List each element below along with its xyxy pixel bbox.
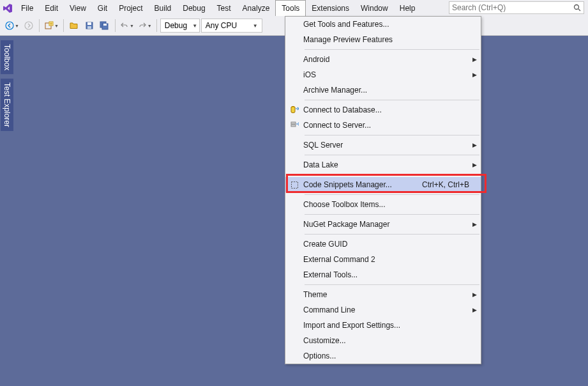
menubar: FileEditViewGitProjectBuildDebugTestAnal… [0,0,588,16]
open-file-button[interactable] [67,19,81,33]
menu-test[interactable]: Test [211,0,237,16]
menu-separator [305,49,479,50]
menu-item-create-guid[interactable]: Create GUID [285,236,481,252]
back-button[interactable]: ▼ [4,19,20,33]
menu-item-label: Customize... [303,336,481,345]
menu-edit[interactable]: Edit [39,0,64,16]
menu-separator [305,174,479,175]
forward-button[interactable] [22,19,36,33]
menu-view[interactable]: View [64,0,92,16]
new-project-button[interactable]: ▼ [43,19,60,33]
menu-item-ios[interactable]: iOS▶ [285,67,481,82]
menu-item-code-snippets-manager[interactable]: Code Snippets Manager...Ctrl+K, Ctrl+B [285,177,481,192]
menu-item-label: Connect to Server... [303,121,481,130]
menu-item-import-and-export-settings[interactable]: Import and Export Settings... [285,318,481,333]
side-tab-toolbox[interactable]: Toolbox [0,40,14,75]
search-box[interactable] [449,1,584,14]
menu-item-label: Data Lake [303,160,481,169]
menu-item-android[interactable]: Android▶ [285,52,481,67]
menu-item-label: Manage Preview Features [303,35,481,44]
menu-separator [305,135,479,135]
side-tab-test-explorer[interactable]: Test Explorer [0,78,14,132]
menu-item-external-tools[interactable]: External Tools... [285,267,481,282]
menu-item-label: External Tools... [303,270,481,279]
platform-combobox[interactable]: Any CPU ▼ [201,19,262,33]
server-icon [285,121,303,130]
menu-item-label: SQL Server [303,141,481,150]
chevron-down-icon: ▼ [249,23,259,29]
svg-point-2 [6,22,13,29]
menu-item-label: Create GUID [303,240,481,249]
svg-rect-7 [87,22,91,25]
menu-build[interactable]: Build [149,0,177,16]
svg-point-0 [575,5,579,10]
svg-point-3 [25,22,33,29]
svg-rect-14 [291,125,296,127]
menu-debug[interactable]: Debug [177,0,211,16]
save-all-button[interactable] [98,19,112,33]
menu-tools[interactable]: Tools [275,0,306,16]
menu-item-connect-to-server[interactable]: Connect to Server... [285,118,481,133]
save-button[interactable] [82,19,96,33]
menu-item-command-line[interactable]: Command Line▶ [285,302,481,318]
svg-rect-15 [291,181,298,188]
tools-menu-dropdown: Get Tools and Features...Manage Preview … [285,16,481,364]
submenu-arrow-icon: ▶ [472,162,477,168]
menu-item-shortcut: Ctrl+K, Ctrl+B [422,180,481,189]
platform-value: Any CPU [204,21,238,30]
menu-separator [305,214,479,215]
submenu-arrow-icon: ▶ [472,221,477,228]
menu-project[interactable]: Project [113,0,148,16]
redo-button[interactable]: ▼ [137,19,153,33]
config-value: Debug [163,21,188,30]
menu-item-sql-server[interactable]: SQL Server▶ [285,137,481,153]
menu-item-external-command-2[interactable]: External Command 2 [285,252,481,267]
menu-help[interactable]: Help [394,0,421,16]
chevron-down-icon: ▼ [188,23,199,29]
menu-item-label: Android [303,55,481,64]
menu-item-manage-preview-features[interactable]: Manage Preview Features [285,32,481,47]
menu-item-label: Choose Toolbox Items... [303,200,481,209]
menu-item-options[interactable]: Options... [285,348,481,364]
undo-button[interactable]: ▼ [119,19,135,33]
config-combobox[interactable]: Debug ▼ [160,19,200,33]
menu-window[interactable]: Window [355,0,394,16]
menu-item-label: Options... [303,351,481,360]
menu-item-theme[interactable]: Theme▶ [285,287,481,302]
menu-separator [305,234,479,235]
submenu-arrow-icon: ▶ [472,72,477,78]
menu-item-label: External Command 2 [303,255,481,264]
menu-item-connect-to-database[interactable]: Connect to Database... [285,102,481,118]
menu-item-get-tools-and-features[interactable]: Get Tools and Features... [285,17,481,32]
snippet-icon [285,181,303,189]
menu-item-customize[interactable]: Customize... [285,333,481,348]
search-icon[interactable] [571,4,584,12]
menu-item-label: NuGet Package Manager [303,220,481,229]
submenu-arrow-icon: ▶ [472,142,477,148]
menu-separator [305,284,479,285]
menu-item-label: Import and Export Settings... [303,321,481,330]
svg-line-1 [578,9,580,11]
menu-item-choose-toolbox-items[interactable]: Choose Toolbox Items... [285,197,481,212]
search-input[interactable] [449,3,571,12]
menu-item-label: Archive Manager... [303,86,481,95]
svg-rect-11 [103,24,107,26]
menu-item-data-lake[interactable]: Data Lake▶ [285,157,481,173]
menu-item-label: Command Line [303,305,481,314]
menu-separator [305,100,479,100]
menu-item-nuget-package-manager[interactable]: NuGet Package Manager▶ [285,217,481,232]
menu-file[interactable]: File [15,0,39,16]
svg-rect-13 [291,122,296,124]
menu-item-label: Code Snippets Manager... [303,180,422,189]
menu-item-archive-manager[interactable]: Archive Manager... [285,82,481,98]
menu-extensions[interactable]: Extensions [306,0,355,16]
menu-item-label: Theme [303,290,481,299]
menu-analyze[interactable]: Analyze [237,0,276,16]
submenu-arrow-icon: ▶ [472,307,477,313]
menu-git[interactable]: Git [92,0,113,16]
vs-logo-icon [0,0,15,16]
submenu-arrow-icon: ▶ [472,291,477,298]
menu-item-label: Get Tools and Features... [303,20,481,29]
menu-item-label: Connect to Database... [303,105,481,114]
menu-item-label: iOS [303,70,481,79]
